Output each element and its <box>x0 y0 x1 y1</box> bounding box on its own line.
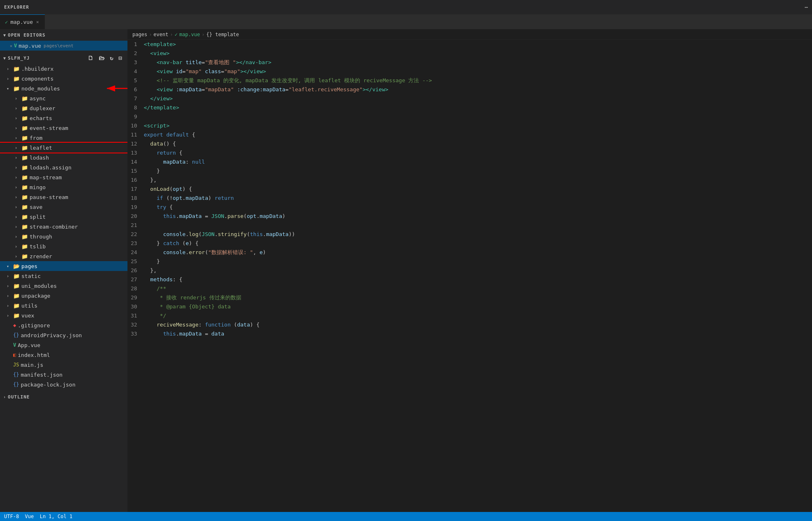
tree-item-main-js[interactable]: › JS main.js <box>0 360 127 370</box>
more-icon[interactable]: ⋯ <box>805 4 808 10</box>
folder-icon-async: 📁 <box>21 95 28 102</box>
tree-item-androidprivacy[interactable]: › {} androidPrivacy.json <box>0 330 127 340</box>
tree-item-echarts[interactable]: › 📁 echarts <box>0 113 127 123</box>
code-line-8: </template> <box>144 103 812 112</box>
outline-chevron[interactable]: › <box>3 395 6 399</box>
tree-item-from[interactable]: › 📁 from <box>0 133 127 143</box>
tree-item-lodash-assign[interactable]: › 📁 lodash.assign <box>0 162 127 172</box>
project-chevron[interactable]: ▼ <box>3 56 6 60</box>
code-line-1: <template> <box>144 40 812 49</box>
tree-item-pages[interactable]: ▾ 📂 pages <box>0 261 127 271</box>
tree-item-package-lock-json[interactable]: › {} package-lock.json <box>0 380 127 389</box>
label-echarts: echarts <box>30 115 52 121</box>
code-line-14: mapData : null <box>144 157 812 167</box>
label-lodash-assign: lodash.assign <box>30 164 72 171</box>
code-line-5: <!-- 监听变量 mapData 的变化, mapData 发生改变时, 调用… <box>144 76 812 85</box>
breadcrumb-event[interactable]: event <box>153 32 168 37</box>
tab-map-vue[interactable]: ✓ map.vue ✕ <box>0 14 45 29</box>
label-unpackage: unpackage <box>21 293 50 299</box>
label-manifest-json: manifest.json <box>21 372 62 378</box>
tree-item-app-vue[interactable]: › V App.vue <box>0 340 127 350</box>
open-editors-chevron[interactable]: ▼ <box>3 33 6 37</box>
project-label: SLFH_YJ <box>8 56 30 61</box>
close-editor-icon[interactable]: ✕ <box>10 44 12 48</box>
tree-item-stream-combiner[interactable]: › 📁 stream-combiner <box>0 222 127 232</box>
folder-icon-leaflet: 📁 <box>21 145 28 151</box>
tab-bar: ✓ map.vue ✕ <box>0 14 812 29</box>
chevron-map-stream: › <box>15 175 20 180</box>
open-editors-section: ▼ OPEN EDITORS <box>0 29 127 41</box>
code-content[interactable]: 12345 678910 1112131415 1617181920 21222… <box>127 40 812 512</box>
tree-item-lodash[interactable]: › 📁 lodash <box>0 153 127 162</box>
tree-item-gitignore[interactable]: › ◆ .gitignore <box>0 320 127 330</box>
chevron-save: › <box>15 205 20 209</box>
vue-icon-app: V <box>13 342 16 348</box>
tree-item-map-stream[interactable]: › 📁 map-stream <box>0 172 127 182</box>
json-icon-androidprivacy: {} <box>13 332 19 338</box>
sidebar: ▼ OPEN EDITORS ✕ V map.vue pages\event ▼… <box>0 29 127 512</box>
code-line-33: this . mapData = data <box>144 329 812 338</box>
tree-item-leaflet[interactable]: › 📁 leaflet <box>0 143 127 153</box>
new-file-btn[interactable]: 🗋 <box>86 54 95 62</box>
tree-item-unpackage[interactable]: › 📁 unpackage <box>0 291 127 301</box>
chevron-stream-combiner: › <box>15 225 20 229</box>
breadcrumb-pages[interactable]: pages <box>132 32 147 37</box>
open-editor-map-vue[interactable]: ✕ V map.vue pages\event <box>0 41 127 51</box>
tree-item-mingo[interactable]: › 📁 mingo <box>0 182 127 192</box>
chevron-pause-stream: › <box>15 195 20 199</box>
tree-item-static[interactable]: › 📁 static <box>0 271 127 281</box>
open-editors-label: OPEN EDITORS <box>8 32 45 38</box>
tree-item-index-html[interactable]: › ◧ index.html <box>0 350 127 360</box>
tree-item-through[interactable]: › 📁 through <box>0 232 127 241</box>
code-line-25: } <box>144 257 812 266</box>
breadcrumb-sep-1: › <box>149 32 152 37</box>
tree-item-uni-modules[interactable]: › 📁 uni_modules <box>0 281 127 291</box>
folder-icon-map-stream: 📁 <box>21 174 28 181</box>
code-line-26: }, <box>144 266 812 275</box>
tree-item-vuex[interactable]: › 📁 vuex <box>0 310 127 320</box>
label-duplexer: duplexer <box>30 105 56 111</box>
tree-item-duplexer[interactable]: › 📁 duplexer <box>0 103 127 113</box>
tree-item-hbuilderx[interactable]: › 📁 .hbuilderx <box>0 64 127 74</box>
chevron-node-modules: ▾ <box>7 86 12 91</box>
tree-item-manifest-json[interactable]: › {} manifest.json <box>0 370 127 380</box>
breadcrumb-template[interactable]: {} template <box>206 32 239 37</box>
code-line-22: console . log ( JSON . stringify ( this … <box>144 230 812 239</box>
tree-item-pause-stream[interactable]: › 📁 pause-stream <box>0 192 127 202</box>
refresh-btn[interactable]: ↻ <box>108 54 115 62</box>
collapse-btn[interactable]: ⊟ <box>117 54 124 62</box>
html-icon-index: ◧ <box>13 352 16 358</box>
breadcrumb: pages › event › ✓ map.vue › {} template <box>127 29 812 40</box>
tree-item-tslib[interactable]: › 📁 tslib <box>0 241 127 251</box>
title-bar: EXPLORER ⋯ <box>0 0 812 14</box>
tree-item-async[interactable]: › 📁 async <box>0 93 127 103</box>
status-info: UTF-8 Vue Ln 1, Col 1 <box>4 514 72 519</box>
chevron-unpackage: › <box>7 294 12 298</box>
breadcrumb-map-vue[interactable]: map.vue <box>179 32 200 37</box>
chevron-event-stream: › <box>15 126 20 130</box>
tree-item-split[interactable]: › 📁 split <box>0 212 127 222</box>
tab-close-button[interactable]: ✕ <box>35 19 40 25</box>
label-event-stream: event-stream <box>30 125 68 131</box>
label-stream-combiner: stream-combiner <box>30 224 78 230</box>
folder-icon-tslib: 📁 <box>21 243 28 250</box>
label-async: async <box>30 95 46 102</box>
label-package-lock-json: package-lock.json <box>21 382 75 388</box>
new-folder-btn[interactable]: 🗁 <box>97 54 106 62</box>
code-line-11: export default { <box>144 130 812 139</box>
label-tslib: tslib <box>30 243 46 250</box>
folder-icon-pages: 📂 <box>13 263 20 269</box>
tree-item-event-stream[interactable]: › 📁 event-stream <box>0 123 127 133</box>
code-line-10: <script> <box>144 121 812 130</box>
tree-item-zrender[interactable]: › 📁 zrender <box>0 251 127 261</box>
label-node-modules: node_modules <box>21 86 60 92</box>
tree-item-save[interactable]: › 📁 save <box>0 202 127 212</box>
chevron-pages: ▾ <box>7 264 12 269</box>
code-line-30: * @param {Object} data <box>144 302 812 311</box>
tree-item-node-modules[interactable]: ▾ 📁 node_modules <box>0 83 127 93</box>
status-bar: UTF-8 Vue Ln 1, Col 1 <box>0 512 812 521</box>
tree-item-components[interactable]: › 📁 components <box>0 74 127 83</box>
tree-item-utils[interactable]: › 📁 utils <box>0 301 127 310</box>
folder-icon-static: 📁 <box>13 273 20 279</box>
label-hbuilderx: .hbuilderx <box>21 66 53 72</box>
